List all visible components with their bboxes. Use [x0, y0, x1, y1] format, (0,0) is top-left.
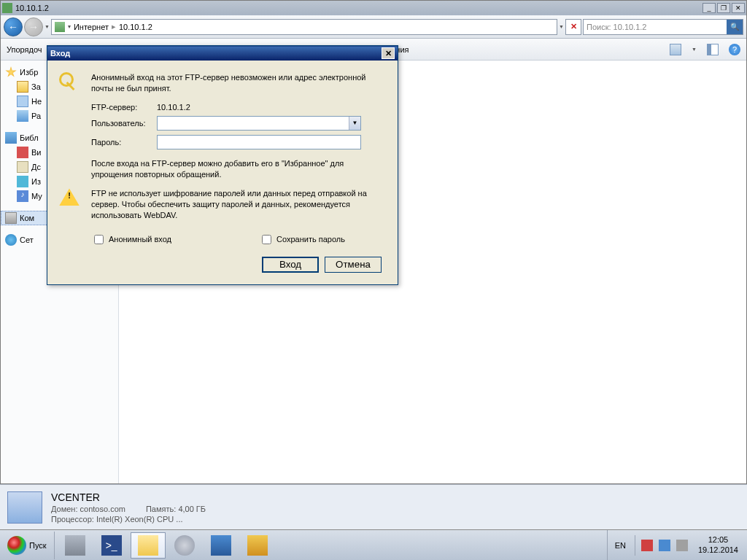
server-icon: [65, 535, 85, 556]
taskbar-server-manager[interactable]: [58, 532, 93, 559]
start-button[interactable]: Пуск: [0, 532, 55, 559]
maximize-button[interactable]: ❐: [717, 3, 730, 13]
gear-icon: [174, 535, 195, 556]
organize-button[interactable]: Упорядоч: [7, 45, 42, 54]
preview-pane-icon[interactable]: [707, 44, 719, 55]
libraries-icon: [5, 132, 17, 144]
search-input[interactable]: Поиск: 10.10.1.2 🔍: [583, 19, 743, 35]
explorer-icon: [138, 535, 158, 556]
powershell-icon: >_: [101, 535, 122, 556]
history-dropdown[interactable]: ▼: [44, 24, 50, 29]
address-bar[interactable]: ▾ Интернет ▸ 10.10.1.2: [51, 19, 557, 35]
language-indicator[interactable]: EN: [612, 541, 629, 550]
taskbar-security[interactable]: [240, 532, 275, 559]
help-icon[interactable]: ?: [729, 44, 740, 55]
breadcrumb-segment[interactable]: 10.10.1.2: [119, 23, 152, 31]
tray-flag-icon[interactable]: [641, 540, 653, 551]
warning-icon: [59, 188, 80, 206]
dialog-message: Анонимный вход на этот FTP-сервер невозм…: [91, 72, 386, 94]
nav-bar: ← → ▼ ▾ Интернет ▸ 10.10.1.2 ▼ ✕ Поиск: …: [1, 15, 746, 39]
music-icon: [17, 190, 28, 202]
computer-icon: [5, 212, 17, 224]
taskbar: Пуск >_ EN 12:05 19.12.2014: [0, 529, 747, 560]
breadcrumb-segment[interactable]: Интернет: [74, 23, 109, 31]
password-label: Пароль:: [91, 138, 157, 147]
key-icon: [59, 72, 80, 93]
close-button[interactable]: ✕: [732, 3, 745, 13]
location-icon: [55, 22, 65, 32]
dialog-close-button[interactable]: ✕: [382, 47, 395, 59]
star-icon: [5, 66, 17, 78]
minimize-button[interactable]: _: [703, 3, 716, 13]
video-icon: [17, 147, 28, 158]
titlebar[interactable]: 10.10.1.2 _ ❐ ✕: [1, 1, 746, 15]
ftp-login-dialog: Вход ✕ Анонимный вход на этот FTP-сервер…: [47, 45, 398, 285]
tray-network-icon[interactable]: [659, 540, 670, 551]
document-icon: [17, 161, 28, 173]
system-tray: EN 12:05 19.12.2014: [607, 530, 747, 560]
dialog-titlebar[interactable]: Вход ✕: [47, 46, 398, 61]
cancel-button[interactable]: Отмена: [325, 257, 382, 273]
back-button[interactable]: ←: [4, 18, 23, 36]
stop-button[interactable]: ✕: [565, 19, 581, 35]
network-icon: [5, 234, 17, 246]
username-label: Пользователь:: [91, 119, 157, 128]
anonymous-checkbox[interactable]: Анонимный вход: [91, 233, 171, 246]
start-orb-icon: [7, 536, 26, 555]
desktop-icon: [17, 110, 28, 122]
search-icon[interactable]: 🔍: [727, 20, 743, 34]
tray-clock[interactable]: 12:05 19.12.2014: [694, 535, 743, 554]
shield-icon: [247, 535, 268, 556]
computer-large-icon: [7, 491, 42, 524]
folder-icon: [17, 81, 28, 93]
picture-icon: [17, 176, 28, 187]
dialog-warning: FTP не использует шифрование паролей или…: [91, 188, 386, 221]
taskbar-explorer[interactable]: [131, 532, 166, 559]
dialog-note: После входа на FTP-сервер можно добавить…: [91, 158, 386, 180]
username-input[interactable]: ▼: [157, 116, 361, 131]
details-pane: VCENTER Домен: contoso.com Память: 4,00 …: [0, 484, 747, 529]
tray-sound-icon[interactable]: [676, 540, 688, 551]
server-label: FTP-сервер:: [91, 103, 157, 112]
window-title: 10.10.1.2: [15, 4, 703, 12]
password-input[interactable]: [157, 135, 361, 149]
hostname: VCENTER: [51, 491, 206, 503]
forward-button[interactable]: →: [24, 18, 43, 36]
window-icon: [2, 3, 12, 13]
save-password-checkbox[interactable]: Сохранить пароль: [259, 233, 345, 246]
taskbar-powershell[interactable]: >_: [94, 532, 129, 559]
login-button[interactable]: Вход: [262, 257, 319, 273]
taskbar-monitor[interactable]: [204, 532, 239, 559]
view-icon[interactable]: [670, 44, 681, 55]
address-dropdown[interactable]: ▼: [559, 24, 564, 29]
monitor-icon: [211, 535, 231, 556]
chevron-down-icon[interactable]: ▼: [349, 117, 360, 130]
recent-icon: [17, 96, 28, 107]
server-value: 10.10.1.2: [157, 103, 190, 112]
taskbar-settings[interactable]: [167, 532, 202, 559]
